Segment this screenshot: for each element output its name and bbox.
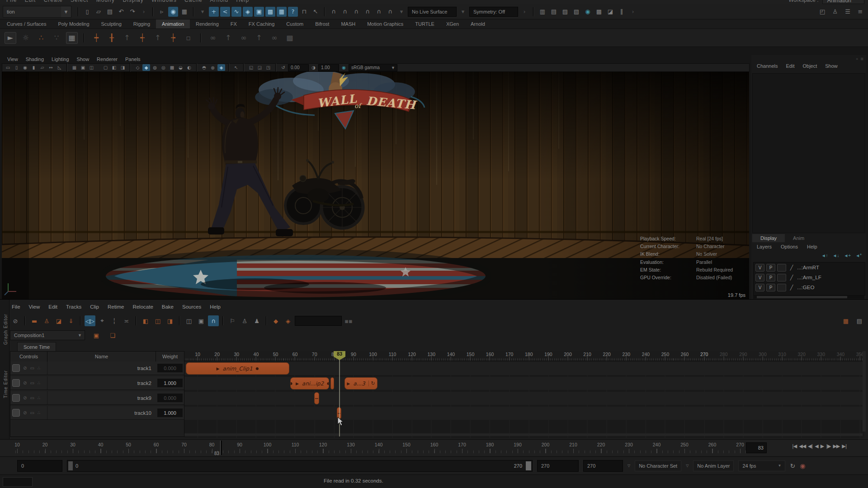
layer-visibility-toggle[interactable]: V: [755, 274, 764, 282]
chevron-down-icon[interactable]: ▽: [627, 464, 630, 468]
shelf-tab-animation[interactable]: Animation: [156, 19, 190, 28]
menu-timeeditor-clip[interactable]: Clip: [90, 304, 99, 310]
frame-snap-icon[interactable]: ▣: [254, 7, 264, 17]
merge-clips-icon[interactable]: ▣: [196, 315, 207, 326]
pan-zoom-icon[interactable]: ↔: [47, 64, 55, 71]
track-row-track1[interactable]: ⊘▭∴track10.000: [10, 361, 184, 375]
exposure-field[interactable]: 0.00: [288, 64, 309, 71]
parent-constraint-icon[interactable]: ∞: [207, 32, 219, 44]
shadows-icon[interactable]: ▩: [168, 64, 176, 71]
gate-mask-icon[interactable]: ▢: [102, 64, 109, 71]
ripple-edit-icon[interactable]: ◁▷: [85, 315, 95, 326]
layer-visibility-toggle[interactable]: V: [755, 264, 764, 272]
layer-move-down-icon[interactable]: ◄↓: [833, 253, 840, 258]
shaded-icon[interactable]: ◆: [142, 64, 150, 71]
magnet-plane-icon[interactable]: ∩: [374, 7, 384, 17]
menu-layers-options[interactable]: Options: [781, 244, 798, 249]
play-forward-button[interactable]: ▶: [821, 443, 824, 449]
clip-play-icon[interactable]: ▶: [216, 366, 219, 371]
workspace-selector[interactable]: Animation: [822, 0, 864, 4]
menu-timeeditor-sources[interactable]: Sources: [182, 304, 201, 310]
clip-fragment[interactable]: [330, 377, 334, 389]
menu-layers-help[interactable]: Help: [807, 244, 817, 249]
layer-playback-toggle[interactable]: P: [766, 264, 775, 272]
track-checkbox[interactable]: [12, 394, 20, 402]
layer-playback-toggle[interactable]: P: [766, 284, 775, 291]
track-solo-icon[interactable]: ▭: [30, 410, 34, 415]
track-solo-icon[interactable]: ▭: [30, 366, 34, 371]
render-current-frame-icon[interactable]: ▤: [549, 7, 559, 17]
selection-mask-icon[interactable]: ↖: [311, 7, 321, 17]
panel-menu-icon[interactable]: ≡: [861, 56, 863, 61]
menu-set-selector[interactable]: tion ▼: [3, 6, 71, 18]
shelf-tab-rigging[interactable]: Rigging: [127, 19, 156, 28]
grid-toggle-icon[interactable]: ▦: [71, 64, 78, 71]
layer-move-up-icon[interactable]: ◄↑: [821, 253, 828, 258]
shelf-tab-motion-graphics[interactable]: Motion Graphics: [361, 19, 409, 28]
expand-arrow-icon[interactable]: ›: [628, 7, 638, 17]
attribute-editor-toggle-icon[interactable]: ≡: [855, 6, 865, 16]
set-key-icon[interactable]: ┿: [90, 32, 102, 44]
mute-all-icon[interactable]: ⊘: [10, 315, 21, 326]
mute-notification-icon[interactable]: ⚐: [227, 315, 238, 326]
go-to-end-button[interactable]: ▶|: [842, 443, 846, 449]
workspace-outliner-icon[interactable]: ◰: [817, 6, 827, 16]
clip-lane[interactable]: [184, 407, 864, 420]
clip-anim-clip2[interactable]: ●▶ani...ip2●: [290, 377, 329, 389]
point-snap-icon[interactable]: ◈: [243, 7, 253, 17]
wireframe-icon[interactable]: ◇: [134, 64, 142, 71]
motion-blur-icon[interactable]: ◐: [185, 64, 193, 71]
grease-pencil-icon[interactable]: ▦: [66, 32, 78, 44]
set-driven-key-icon[interactable]: ┾: [167, 32, 179, 44]
tab-graph-editor[interactable]: Graph Editor: [1, 303, 8, 355]
trim-start-icon[interactable]: ◧: [140, 315, 151, 326]
track-weight-field[interactable]: 1.000: [157, 379, 183, 387]
ghost-icon[interactable]: ∵: [51, 32, 62, 44]
render-sequence-icon[interactable]: ▩: [594, 7, 604, 17]
buffer-curve-icon[interactable]: ▫: [183, 32, 194, 44]
layer-row[interactable]: VP·╱...:GEO: [754, 282, 865, 292]
shelf-tab-arnold[interactable]: Arnold: [465, 19, 491, 28]
grease-pencil-icon[interactable]: ◺: [56, 64, 63, 71]
track-solo-icon[interactable]: ▭: [30, 395, 34, 400]
select-tool-icon[interactable]: ▹: [157, 7, 167, 17]
layer-display-type-toggle[interactable]: ·: [777, 274, 786, 282]
track-row-track10[interactable]: ⊘▭∴track101.000: [10, 406, 184, 420]
close-gap-icon[interactable]: ≍: [121, 315, 132, 326]
command-line-input[interactable]: [3, 477, 33, 487]
trim-end-icon[interactable]: ◨: [165, 315, 175, 326]
step-back-key-button[interactable]: ◀|: [808, 443, 812, 449]
fps-selector[interactable]: 24 fps ▼: [738, 460, 785, 471]
menu-timeeditor-relocate[interactable]: Relocate: [132, 304, 153, 310]
layer-add-selected-icon[interactable]: ◄+: [844, 253, 851, 258]
safe-action-icon[interactable]: ◨: [119, 64, 127, 71]
dashed-box-icon[interactable]: ▩: [284, 32, 296, 44]
set-translate-key-icon[interactable]: ╂: [106, 32, 118, 44]
save-scene-icon[interactable]: ▤: [105, 7, 115, 17]
menu-panel-lighting[interactable]: Lighting: [52, 56, 69, 62]
range-slider[interactable]: 0 270: [67, 460, 533, 472]
magnet-curve-icon[interactable]: ∩: [340, 7, 350, 17]
pin-icon[interactable]: ▫: [856, 56, 858, 61]
track-ghost-icon[interactable]: ∴: [38, 366, 40, 371]
exposure-toggle-icon[interactable]: ↺: [279, 64, 287, 71]
te-grid-options-icon[interactable]: ▦: [841, 316, 851, 326]
track-mute-icon[interactable]: ⊘: [23, 380, 27, 385]
track-mute-icon[interactable]: ⊘: [23, 395, 27, 400]
hypershade-icon[interactable]: ◪: [605, 7, 615, 17]
split-clip-icon[interactable]: ◫: [184, 315, 194, 326]
clip-anim-clip3[interactable]: ▶a...3↻: [344, 377, 377, 389]
te-list-icon[interactable]: ▤: [854, 316, 864, 326]
isolate-select-icon[interactable]: ◈: [217, 64, 225, 71]
import-animation-icon[interactable]: ⇓: [66, 315, 76, 326]
track-ghost-icon[interactable]: ∴: [38, 410, 40, 415]
main-menubar[interactable]: File Edit Create Select Modify Display W…: [0, 0, 868, 4]
current-frame-marker[interactable]: [220, 441, 222, 455]
character-wheel-icon[interactable]: ☼: [20, 32, 32, 44]
menu-panel-view[interactable]: View: [7, 56, 18, 62]
gamma-field[interactable]: 1.00: [318, 64, 339, 71]
composition-selector[interactable]: Composition1 ▼: [10, 330, 85, 340]
tab-time-editor[interactable]: Time Editor: [1, 358, 8, 410]
menu-timeeditor-tracks[interactable]: Tracks: [66, 304, 81, 310]
expand-arrow-icon[interactable]: ›: [519, 7, 529, 17]
